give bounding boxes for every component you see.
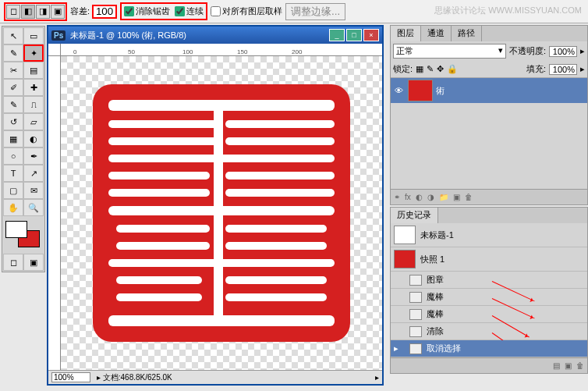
visibility-icon[interactable]: 👁 [392, 86, 405, 95]
minimize-button[interactable]: _ [329, 29, 345, 41]
fill-label: 填充: [526, 63, 546, 75]
stamp-tool[interactable]: ⎍ [23, 96, 44, 113]
doc-thumbnail [394, 226, 416, 244]
folder-icon[interactable]: 📁 [439, 193, 448, 201]
zoom-input[interactable]: 100% [51, 372, 90, 382]
slice-tool[interactable]: ▤ [23, 62, 44, 79]
document-window: Ps 未标题-1 @ 100% (術, RGB/8) _ □ × 0501001… [47, 25, 384, 386]
trash-icon[interactable]: 🗑 [576, 361, 584, 370]
magic-wand-tool[interactable]: ✦ [23, 44, 44, 62]
close-button[interactable]: × [363, 29, 379, 41]
lock-transparent-icon[interactable]: ▦ [416, 64, 423, 74]
trash-icon[interactable]: 🗑 [465, 193, 473, 201]
new-snapshot-icon[interactable]: ▣ [565, 361, 572, 370]
blend-mode-select[interactable]: 正常▾ [393, 44, 506, 59]
heal-tool[interactable]: ✚ [23, 79, 44, 96]
opacity-label: 不透明度: [509, 45, 546, 57]
fill-input[interactable]: 100% [549, 64, 577, 75]
lock-all-icon[interactable]: 🔒 [447, 64, 458, 74]
type-tool[interactable]: T [3, 165, 23, 182]
history-step[interactable]: 清除 [391, 323, 587, 340]
scroll-arrow-icon[interactable]: ▸ [375, 373, 379, 382]
checkbox-group: 消除锯齿 连续 [120, 2, 207, 20]
notes-tool[interactable]: ✉ [23, 182, 44, 199]
seal-image [93, 84, 350, 342]
snapshot-thumbnail [394, 250, 416, 268]
chevron-down-icon: ▾ [498, 45, 503, 57]
canvas[interactable] [61, 56, 382, 370]
history-snapshot-row[interactable]: 快照 1 [391, 247, 587, 272]
toolbox: ↖▭ ✎✦ ✂▤ ✐✚ ✎⎍ ↺▱ ▦◐ ○✒ T↗ ▢✉ ✋🔍 ◻▣ [2, 26, 45, 272]
window-title: 未标题-1 @ 100% (術, RGB/8) [70, 30, 186, 41]
history-step[interactable]: ▸ 取消选择 [391, 340, 587, 357]
opacity-input[interactable]: 100% [549, 46, 577, 57]
doc-size-label: ▸ 文档:468.8K/625.0K [97, 372, 172, 383]
history-step[interactable]: 图章 [391, 272, 587, 289]
refine-edge-button[interactable]: 调整边缘... [285, 3, 345, 20]
lock-position-icon[interactable]: ✥ [437, 64, 444, 74]
blur-tool[interactable]: ◐ [23, 130, 44, 148]
eraser-tool[interactable]: ▱ [23, 113, 44, 130]
history-step[interactable]: 魔棒 [391, 289, 587, 306]
new-layer-icon[interactable]: ▣ [453, 193, 460, 201]
vertical-ruler[interactable] [48, 56, 61, 370]
layer-row[interactable]: 👁 術 [391, 77, 587, 103]
tab-paths[interactable]: 路径 [452, 26, 482, 41]
wand-icon [409, 309, 422, 320]
window-titlebar[interactable]: Ps 未标题-1 @ 100% (術, RGB/8) _ □ × [48, 27, 382, 44]
lock-pixels-icon[interactable]: ✎ [427, 64, 434, 74]
contiguous-checkbox[interactable]: 连续 [175, 5, 204, 17]
tab-history[interactable]: 历史记录 [391, 208, 438, 223]
tab-channels[interactable]: 通道 [421, 26, 452, 41]
selection-mode-group[interactable]: ◻ ◧ ◨ ▣ [4, 2, 67, 21]
history-step[interactable]: 魔棒 [391, 306, 587, 323]
wand-icon [409, 292, 422, 303]
zoom-tool[interactable]: 🔍 [23, 199, 44, 216]
ps-icon: Ps [51, 30, 66, 41]
pen-tool[interactable]: ✒ [23, 148, 44, 165]
color-swatches[interactable] [4, 219, 43, 251]
chevron-down-icon[interactable]: ▸ [580, 46, 585, 56]
new-doc-icon[interactable]: ▤ [553, 361, 560, 370]
mask-icon[interactable]: ◐ [416, 193, 423, 201]
clear-icon [409, 326, 422, 337]
new-selection-icon[interactable]: ◻ [6, 5, 20, 19]
quickmask-icon[interactable]: ◻ [3, 254, 23, 271]
all-layers-checkbox[interactable]: 对所有图层取样 [211, 5, 282, 17]
move-tool[interactable]: ↖ [3, 27, 23, 44]
history-panel: 历史记录 未标题-1 快照 1 图章 魔棒 魔棒 [390, 207, 588, 374]
tab-layers[interactable]: 图层 [391, 26, 421, 41]
hand-tool[interactable]: ✋ [3, 199, 23, 216]
history-brush-tool[interactable]: ↺ [3, 113, 23, 130]
gradient-tool[interactable]: ▦ [3, 130, 23, 148]
brush-tool[interactable]: ✎ [3, 96, 23, 113]
intersect-selection-icon[interactable]: ▣ [51, 5, 65, 19]
lasso-tool[interactable]: ✎ [3, 44, 23, 62]
fx-icon[interactable]: fx [405, 193, 411, 201]
anti-alias-checkbox[interactable]: 消除锯齿 [124, 5, 170, 17]
eyedropper-tool[interactable]: ✐ [3, 79, 23, 96]
add-selection-icon[interactable]: ◧ [21, 5, 35, 19]
lock-label: 锁定: [393, 63, 413, 75]
layers-panel: 图层 通道 路径 正常▾ 不透明度: 100%▸ 锁定: ▦ ✎ ✥ 🔒 填充:… [390, 25, 588, 205]
layer-name[interactable]: 術 [436, 85, 445, 97]
dodge-tool[interactable]: ○ [3, 148, 23, 165]
crop-tool[interactable]: ✂ [3, 62, 23, 79]
layer-thumbnail[interactable] [408, 80, 433, 101]
ruler-origin[interactable] [48, 44, 61, 56]
subtract-selection-icon[interactable]: ◨ [36, 5, 50, 19]
shape-tool[interactable]: ▢ [3, 182, 23, 199]
stamp-icon [409, 275, 422, 286]
screenmode-icon[interactable]: ▣ [23, 254, 44, 271]
adjustment-icon[interactable]: ◑ [427, 193, 434, 201]
marquee-tool[interactable]: ▭ [23, 27, 44, 44]
history-document-row[interactable]: 未标题-1 [391, 223, 587, 247]
tolerance-input[interactable] [92, 5, 117, 19]
chevron-down-icon[interactable]: ▸ [580, 64, 585, 74]
status-bar: 100% ▸ 文档:468.8K/625.0K ▸ [48, 370, 382, 384]
maximize-button[interactable]: □ [346, 29, 362, 41]
fg-color-swatch[interactable] [5, 221, 27, 238]
horizontal-ruler[interactable]: 050100150200 [61, 44, 382, 56]
link-icon[interactable]: ⚭ [394, 193, 400, 201]
path-tool[interactable]: ↗ [23, 165, 44, 182]
